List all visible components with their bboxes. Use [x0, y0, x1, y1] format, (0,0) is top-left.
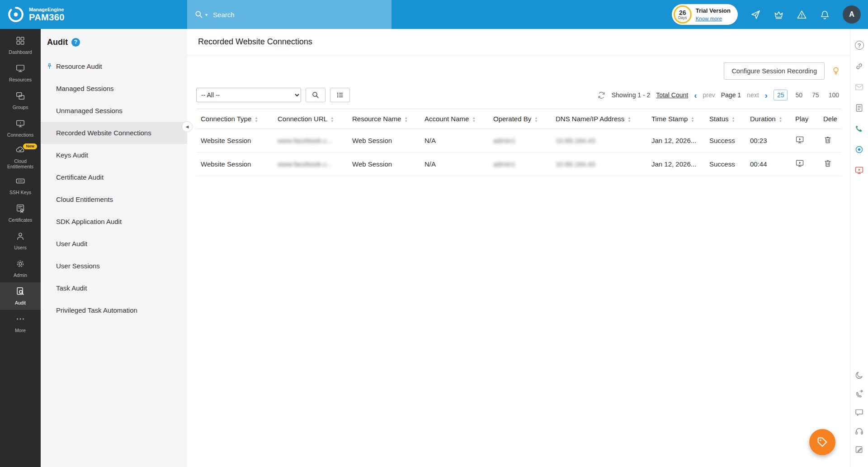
document-icon[interactable]	[854, 102, 865, 113]
trial-badge[interactable]: 26 Days Trial Version Know more	[672, 4, 738, 25]
col-connection-url[interactable]: Connection URL▲▼	[273, 109, 348, 129]
prev-button[interactable]: prev	[703, 91, 715, 99]
cell-duration: 00:23	[745, 129, 791, 152]
sidebar-item-user-audit[interactable]: User Audit	[41, 233, 187, 255]
play-recording-icon[interactable]	[795, 159, 804, 168]
sort-icon[interactable]: ▲▼	[330, 116, 334, 123]
sort-icon[interactable]: ▲▼	[691, 116, 694, 123]
nav-ssh-keys[interactable]: SSH SSH Keys	[0, 172, 41, 200]
next-chevron-icon[interactable]: ›	[765, 91, 768, 100]
col-resource-name[interactable]: Resource Name▲▼	[348, 109, 420, 129]
headphones-icon[interactable]	[854, 425, 865, 436]
dark-mode-moon-icon[interactable]	[854, 370, 865, 381]
search-input[interactable]	[213, 11, 362, 19]
sidebar-item-cloud-entitlements[interactable]: Cloud Entitlements	[41, 188, 187, 210]
sidebar-item-user-sessions[interactable]: User Sessions	[41, 255, 187, 277]
refresh-icon[interactable]	[597, 91, 606, 100]
col-dns-ip[interactable]: DNS Name/IP Address▲▼	[551, 109, 647, 129]
brand[interactable]: ManageEngine PAM360	[0, 6, 65, 23]
sidebar-item-task-audit[interactable]: Task Audit	[41, 277, 187, 299]
search-scope-caret-icon[interactable]: ▾	[205, 12, 208, 17]
compose-note-icon[interactable]	[854, 444, 865, 455]
nav-certificates[interactable]: Certificates	[0, 200, 41, 227]
delete-trash-icon[interactable]	[823, 135, 832, 144]
col-account-name[interactable]: Account Name▲▼	[420, 109, 489, 129]
col-operated-by[interactable]: Operated By▲▼	[489, 109, 551, 129]
link-icon[interactable]	[854, 61, 865, 71]
sidebar-item-managed-sessions[interactable]: Managed Sessions	[41, 77, 187, 100]
col-duration[interactable]: Duration▲▼	[745, 109, 791, 129]
global-search-bar[interactable]: ▾	[187, 0, 392, 29]
sidebar-item-sdk-application-audit[interactable]: SDK Application Audit	[41, 210, 187, 233]
controls-left: -- All --	[196, 88, 350, 102]
lightbulb-tip-icon[interactable]	[831, 66, 841, 76]
sidebar-item-label: Certificate Audit	[56, 173, 104, 181]
col-status[interactable]: Status▲▼	[705, 109, 745, 129]
send-feedback-icon[interactable]	[750, 10, 761, 20]
sort-icon[interactable]: ▲▼	[732, 116, 735, 123]
nav-admin[interactable]: Admin	[0, 255, 41, 282]
cell-resource-name: Web Session	[348, 129, 420, 152]
filter-select[interactable]: -- All --	[196, 88, 301, 102]
phone-support-icon[interactable]	[854, 123, 865, 134]
sidebar-item-keys-audit[interactable]: Keys Audit	[41, 144, 187, 166]
sort-icon[interactable]: ▲▼	[779, 116, 782, 123]
license-crown-icon[interactable]	[774, 10, 784, 20]
prev-chevron-icon[interactable]: ‹	[694, 91, 697, 100]
topbar: ManageEngine PAM360 ▾ 26 Days Trial Vers…	[0, 0, 868, 29]
page-size-25[interactable]: 25	[774, 90, 788, 100]
trial-know-more-link[interactable]: Know more	[696, 15, 722, 22]
cell-operated-by: admin1	[489, 129, 551, 152]
help-circle-icon[interactable]: ?	[854, 40, 865, 51]
callback-phone-icon[interactable]	[854, 388, 865, 399]
page-size-75[interactable]: 75	[810, 90, 821, 100]
table-search-button[interactable]	[306, 88, 326, 102]
feedback-tag-fab[interactable]	[809, 429, 835, 455]
config-row: Configure Session Recording	[196, 62, 842, 80]
configure-session-recording-button[interactable]: Configure Session Recording	[724, 62, 825, 80]
alerts-warning-icon[interactable]	[797, 10, 807, 20]
search-icon[interactable]	[194, 10, 203, 19]
page-size-100[interactable]: 100	[827, 90, 841, 100]
column-label: Dele	[823, 115, 837, 123]
sidebar-item-certificate-audit[interactable]: Certificate Audit	[41, 166, 187, 188]
nav-dashboard[interactable]: Dashboard	[0, 32, 41, 59]
sort-icon[interactable]: ▲▼	[627, 116, 631, 123]
sidebar-item-unmanaged-sessions[interactable]: Unmanaged Sessions	[41, 100, 187, 122]
cell-duration: 00:44	[745, 152, 791, 176]
nav-cloud-entitlements[interactable]: New Cloud Entitlements	[0, 142, 41, 172]
sidebar-item-recorded-website-connections[interactable]: Recorded Website Connections	[41, 122, 187, 144]
sidebar-item-resource-audit[interactable]: Resource Audit	[41, 55, 187, 77]
nav-resources[interactable]: Resources	[0, 59, 41, 87]
sidebar-item-privileged-task-automation[interactable]: Privileged Task Automation	[41, 299, 187, 321]
sort-icon[interactable]: ▲▼	[255, 116, 258, 123]
nav-audit[interactable]: Audit	[0, 282, 41, 310]
delete-trash-icon[interactable]	[823, 159, 832, 168]
mail-icon[interactable]	[854, 81, 865, 92]
next-button[interactable]: next	[747, 91, 759, 99]
nav-connections[interactable]: Connections	[0, 114, 41, 142]
nav-more[interactable]: More	[0, 310, 41, 338]
chat-icon[interactable]	[854, 407, 865, 418]
session-monitor-icon[interactable]	[854, 165, 865, 176]
user-avatar[interactable]: A	[843, 5, 861, 24]
sort-icon[interactable]: ▲▼	[404, 116, 407, 123]
notifications-bell-icon[interactable]	[820, 10, 830, 20]
sort-icon[interactable]: ▲▼	[534, 116, 538, 123]
page-size-50[interactable]: 50	[793, 90, 804, 100]
main-content: Recorded Website Connections Configure S…	[187, 29, 850, 467]
total-count-link[interactable]: Total Count	[656, 91, 688, 99]
col-connection-type[interactable]: Connection Type▲▼	[196, 109, 273, 129]
sidebar-collapse-toggle[interactable]: ◀	[182, 121, 193, 132]
cell-delete	[819, 152, 842, 176]
help-icon[interactable]: ?	[71, 38, 80, 47]
column-chooser-button[interactable]	[330, 88, 350, 102]
remote-assist-icon[interactable]	[854, 144, 865, 155]
nav-users[interactable]: Users	[0, 227, 41, 255]
sort-icon[interactable]: ▲▼	[472, 116, 475, 123]
col-time-stamp[interactable]: Time Stamp▲▼	[647, 109, 705, 129]
column-label: Account Name	[425, 115, 469, 123]
play-recording-icon[interactable]	[795, 135, 804, 144]
cell-status: Success	[705, 129, 745, 152]
nav-groups[interactable]: Groups	[0, 87, 41, 114]
